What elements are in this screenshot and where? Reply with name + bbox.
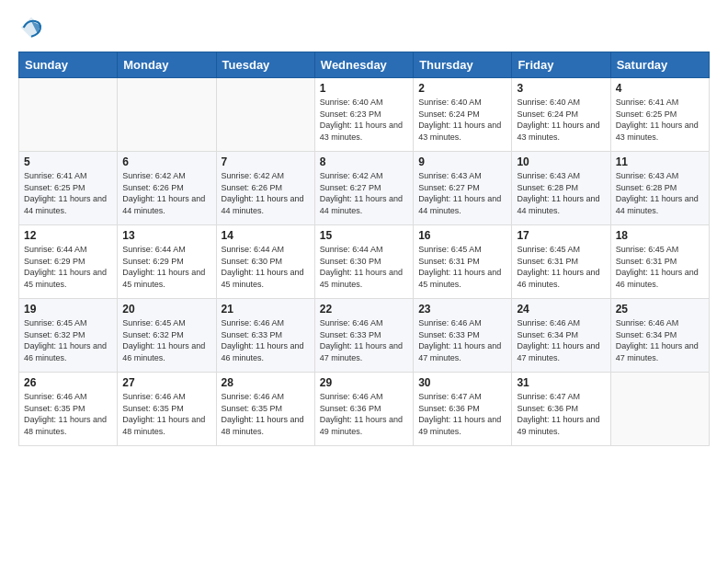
day-number: 19 — [24, 303, 112, 316]
calendar-cell: 15Sunrise: 6:44 AM Sunset: 6:30 PM Dayli… — [314, 225, 413, 299]
day-number: 15 — [320, 229, 408, 242]
calendar-cell: 25Sunrise: 6:46 AM Sunset: 6:34 PM Dayli… — [610, 299, 709, 373]
calendar-cell: 23Sunrise: 6:46 AM Sunset: 6:33 PM Dayli… — [414, 299, 512, 373]
day-number: 30 — [418, 376, 506, 389]
calendar-cell: 16Sunrise: 6:45 AM Sunset: 6:31 PM Dayli… — [414, 225, 512, 299]
calendar-week-row: 19Sunrise: 6:45 AM Sunset: 6:32 PM Dayli… — [19, 299, 710, 373]
calendar-cell — [610, 373, 709, 446]
calendar-cell: 22Sunrise: 6:46 AM Sunset: 6:33 PM Dayli… — [314, 299, 413, 373]
day-number: 29 — [320, 376, 408, 389]
day-info: Sunrise: 6:46 AM Sunset: 6:35 PM Dayligh… — [24, 391, 112, 437]
day-info: Sunrise: 6:44 AM Sunset: 6:30 PM Dayligh… — [222, 244, 310, 290]
calendar-cell: 24Sunrise: 6:46 AM Sunset: 6:34 PM Dayli… — [512, 299, 610, 373]
calendar-table: SundayMondayTuesdayWednesdayThursdayFrid… — [18, 52, 710, 446]
day-info: Sunrise: 6:46 AM Sunset: 6:36 PM Dayligh… — [320, 391, 408, 437]
header — [18, 15, 710, 40]
day-number: 18 — [616, 229, 704, 242]
logo-icon — [18, 15, 44, 40]
day-info: Sunrise: 6:45 AM Sunset: 6:31 PM Dayligh… — [616, 244, 704, 290]
day-of-week-header: Monday — [118, 52, 216, 78]
day-info: Sunrise: 6:46 AM Sunset: 6:35 PM Dayligh… — [222, 391, 310, 437]
day-info: Sunrise: 6:43 AM Sunset: 6:28 PM Dayligh… — [517, 170, 605, 216]
day-info: Sunrise: 6:41 AM Sunset: 6:25 PM Dayligh… — [24, 170, 112, 216]
day-info: Sunrise: 6:46 AM Sunset: 6:34 PM Dayligh… — [616, 317, 704, 363]
day-number: 5 — [24, 155, 112, 168]
day-info: Sunrise: 6:42 AM Sunset: 6:26 PM Dayligh… — [222, 170, 310, 216]
day-info: Sunrise: 6:40 AM Sunset: 6:24 PM Dayligh… — [418, 97, 506, 143]
calendar-cell: 12Sunrise: 6:44 AM Sunset: 6:29 PM Dayli… — [19, 225, 118, 299]
calendar-cell: 28Sunrise: 6:46 AM Sunset: 6:35 PM Dayli… — [216, 373, 314, 446]
calendar-cell — [216, 78, 314, 152]
calendar-cell: 30Sunrise: 6:47 AM Sunset: 6:36 PM Dayli… — [414, 373, 512, 446]
calendar-cell: 11Sunrise: 6:43 AM Sunset: 6:28 PM Dayli… — [610, 152, 709, 225]
calendar-week-row: 26Sunrise: 6:46 AM Sunset: 6:35 PM Dayli… — [19, 373, 710, 446]
day-info: Sunrise: 6:47 AM Sunset: 6:36 PM Dayligh… — [517, 391, 605, 437]
day-number: 4 — [616, 82, 704, 95]
day-number: 25 — [616, 303, 704, 316]
day-number: 17 — [517, 229, 605, 242]
calendar-cell: 31Sunrise: 6:47 AM Sunset: 6:36 PM Dayli… — [512, 373, 610, 446]
calendar-cell: 3Sunrise: 6:40 AM Sunset: 6:24 PM Daylig… — [512, 78, 610, 152]
logo — [18, 15, 48, 40]
calendar-header-row: SundayMondayTuesdayWednesdayThursdayFrid… — [19, 52, 710, 78]
day-info: Sunrise: 6:45 AM Sunset: 6:32 PM Dayligh… — [24, 317, 112, 363]
day-number: 8 — [320, 155, 408, 168]
calendar-cell — [118, 78, 216, 152]
day-info: Sunrise: 6:42 AM Sunset: 6:27 PM Dayligh… — [320, 170, 408, 216]
day-number: 7 — [222, 155, 310, 168]
calendar-cell: 21Sunrise: 6:46 AM Sunset: 6:33 PM Dayli… — [216, 299, 314, 373]
calendar-cell: 2Sunrise: 6:40 AM Sunset: 6:24 PM Daylig… — [414, 78, 512, 152]
calendar-cell: 4Sunrise: 6:41 AM Sunset: 6:25 PM Daylig… — [610, 78, 709, 152]
day-number: 24 — [517, 303, 605, 316]
day-info: Sunrise: 6:45 AM Sunset: 6:31 PM Dayligh… — [517, 244, 605, 290]
day-info: Sunrise: 6:43 AM Sunset: 6:28 PM Dayligh… — [616, 170, 704, 216]
calendar-cell: 13Sunrise: 6:44 AM Sunset: 6:29 PM Dayli… — [118, 225, 216, 299]
page: SundayMondayTuesdayWednesdayThursdayFrid… — [0, 0, 728, 461]
day-number: 11 — [616, 155, 704, 168]
day-info: Sunrise: 6:40 AM Sunset: 6:23 PM Dayligh… — [320, 97, 408, 143]
calendar-cell: 10Sunrise: 6:43 AM Sunset: 6:28 PM Dayli… — [512, 152, 610, 225]
day-info: Sunrise: 6:44 AM Sunset: 6:29 PM Dayligh… — [122, 244, 210, 290]
day-number: 22 — [320, 303, 408, 316]
day-info: Sunrise: 6:46 AM Sunset: 6:33 PM Dayligh… — [222, 317, 310, 363]
calendar-cell: 29Sunrise: 6:46 AM Sunset: 6:36 PM Dayli… — [314, 373, 413, 446]
day-info: Sunrise: 6:42 AM Sunset: 6:26 PM Dayligh… — [122, 170, 210, 216]
day-number: 14 — [222, 229, 310, 242]
calendar-week-row: 12Sunrise: 6:44 AM Sunset: 6:29 PM Dayli… — [19, 225, 710, 299]
day-of-week-header: Thursday — [414, 52, 512, 78]
calendar-cell: 27Sunrise: 6:46 AM Sunset: 6:35 PM Dayli… — [118, 373, 216, 446]
day-of-week-header: Tuesday — [216, 52, 314, 78]
calendar-week-row: 1Sunrise: 6:40 AM Sunset: 6:23 PM Daylig… — [19, 78, 710, 152]
day-number: 16 — [418, 229, 506, 242]
day-info: Sunrise: 6:44 AM Sunset: 6:30 PM Dayligh… — [320, 244, 408, 290]
calendar-cell: 1Sunrise: 6:40 AM Sunset: 6:23 PM Daylig… — [314, 78, 413, 152]
calendar-cell: 7Sunrise: 6:42 AM Sunset: 6:26 PM Daylig… — [216, 152, 314, 225]
day-number: 27 — [122, 376, 210, 389]
day-number: 2 — [418, 82, 506, 95]
day-number: 21 — [222, 303, 310, 316]
day-number: 12 — [24, 229, 112, 242]
day-of-week-header: Saturday — [610, 52, 709, 78]
day-of-week-header: Wednesday — [314, 52, 413, 78]
day-number: 9 — [418, 155, 506, 168]
calendar-cell: 9Sunrise: 6:43 AM Sunset: 6:27 PM Daylig… — [414, 152, 512, 225]
day-of-week-header: Friday — [512, 52, 610, 78]
calendar-cell: 26Sunrise: 6:46 AM Sunset: 6:35 PM Dayli… — [19, 373, 118, 446]
day-number: 13 — [122, 229, 210, 242]
calendar-cell: 19Sunrise: 6:45 AM Sunset: 6:32 PM Dayli… — [19, 299, 118, 373]
day-info: Sunrise: 6:46 AM Sunset: 6:33 PM Dayligh… — [320, 317, 408, 363]
calendar-cell — [19, 78, 118, 152]
day-info: Sunrise: 6:46 AM Sunset: 6:34 PM Dayligh… — [517, 317, 605, 363]
day-number: 1 — [320, 82, 408, 95]
day-info: Sunrise: 6:45 AM Sunset: 6:31 PM Dayligh… — [418, 244, 506, 290]
day-of-week-header: Sunday — [19, 52, 118, 78]
day-number: 3 — [517, 82, 605, 95]
calendar-cell: 17Sunrise: 6:45 AM Sunset: 6:31 PM Dayli… — [512, 225, 610, 299]
day-info: Sunrise: 6:44 AM Sunset: 6:29 PM Dayligh… — [24, 244, 112, 290]
day-info: Sunrise: 6:46 AM Sunset: 6:35 PM Dayligh… — [122, 391, 210, 437]
day-number: 20 — [122, 303, 210, 316]
day-info: Sunrise: 6:40 AM Sunset: 6:24 PM Dayligh… — [517, 97, 605, 143]
day-number: 31 — [517, 376, 605, 389]
day-info: Sunrise: 6:45 AM Sunset: 6:32 PM Dayligh… — [122, 317, 210, 363]
calendar-cell: 6Sunrise: 6:42 AM Sunset: 6:26 PM Daylig… — [118, 152, 216, 225]
